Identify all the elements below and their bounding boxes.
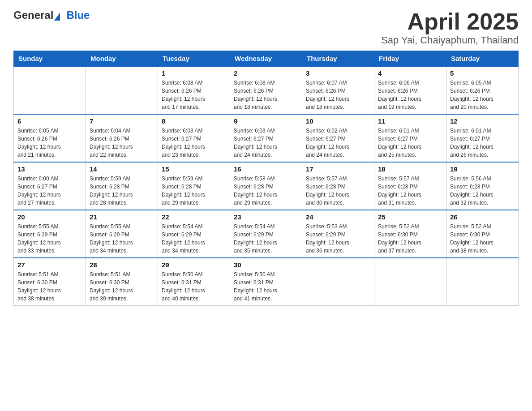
- day-number: 23: [234, 213, 298, 221]
- day-info: Sunrise: 5:56 AM Sunset: 6:28 PM Dayligh…: [450, 175, 515, 207]
- calendar-cell: 22Sunrise: 5:54 AM Sunset: 6:29 PM Dayli…: [158, 210, 230, 258]
- calendar-cell: 25Sunrise: 5:52 AM Sunset: 6:30 PM Dayli…: [374, 210, 446, 258]
- calendar-cell: 26Sunrise: 5:52 AM Sunset: 6:30 PM Dayli…: [446, 210, 519, 258]
- calendar-cell: 6Sunrise: 6:05 AM Sunset: 6:26 PM Daylig…: [14, 114, 86, 162]
- day-info: Sunrise: 5:52 AM Sunset: 6:30 PM Dayligh…: [378, 223, 442, 255]
- calendar-cell: 23Sunrise: 5:54 AM Sunset: 6:29 PM Dayli…: [230, 210, 302, 258]
- day-number: 24: [306, 213, 370, 221]
- day-info: Sunrise: 6:01 AM Sunset: 6:27 PM Dayligh…: [450, 127, 515, 159]
- calendar-cell: 30Sunrise: 5:50 AM Sunset: 6:31 PM Dayli…: [230, 258, 302, 306]
- day-number: 6: [17, 117, 82, 125]
- logo-triangle-icon: [54, 13, 60, 21]
- day-number: 16: [234, 165, 298, 173]
- calendar-table: SundayMondayTuesdayWednesdayThursdayFrid…: [13, 51, 519, 306]
- page-subtitle: Sap Yai, Chaiyaphum, Thailand: [381, 34, 519, 46]
- day-info: Sunrise: 6:04 AM Sunset: 6:26 PM Dayligh…: [90, 127, 154, 159]
- calendar-week-row: 27Sunrise: 5:51 AM Sunset: 6:30 PM Dayli…: [14, 258, 519, 306]
- day-info: Sunrise: 6:05 AM Sunset: 6:26 PM Dayligh…: [17, 127, 82, 159]
- day-info: Sunrise: 6:02 AM Sunset: 6:27 PM Dayligh…: [306, 127, 370, 159]
- day-number: 13: [17, 165, 82, 173]
- calendar-cell: 19Sunrise: 5:56 AM Sunset: 6:28 PM Dayli…: [446, 162, 519, 210]
- day-of-week-header: Tuesday: [158, 51, 230, 67]
- day-info: Sunrise: 6:03 AM Sunset: 6:27 PM Dayligh…: [162, 127, 226, 159]
- day-of-week-header: Thursday: [302, 51, 374, 67]
- day-info: Sunrise: 5:59 AM Sunset: 6:28 PM Dayligh…: [162, 175, 226, 207]
- day-info: Sunrise: 5:57 AM Sunset: 6:28 PM Dayligh…: [306, 175, 370, 207]
- calendar-week-row: 6Sunrise: 6:05 AM Sunset: 6:26 PM Daylig…: [14, 114, 519, 162]
- day-number: 30: [234, 261, 298, 269]
- day-number: 15: [162, 165, 226, 173]
- day-of-week-header: Friday: [374, 51, 446, 67]
- calendar-cell: 10Sunrise: 6:02 AM Sunset: 6:27 PM Dayli…: [302, 114, 374, 162]
- day-number: 14: [90, 165, 154, 173]
- calendar-cell: 24Sunrise: 5:53 AM Sunset: 6:29 PM Dayli…: [302, 210, 374, 258]
- day-number: 8: [162, 117, 226, 125]
- calendar-cell: 14Sunrise: 5:59 AM Sunset: 6:28 PM Dayli…: [86, 162, 158, 210]
- calendar-cell: 15Sunrise: 5:59 AM Sunset: 6:28 PM Dayli…: [158, 162, 230, 210]
- calendar-cell: 18Sunrise: 5:57 AM Sunset: 6:28 PM Dayli…: [374, 162, 446, 210]
- logo: General Blue: [13, 9, 90, 21]
- day-number: 20: [17, 213, 82, 221]
- day-number: 22: [162, 213, 226, 221]
- calendar-cell: 9Sunrise: 6:03 AM Sunset: 6:27 PM Daylig…: [230, 114, 302, 162]
- day-number: 5: [450, 69, 515, 77]
- day-info: Sunrise: 5:51 AM Sunset: 6:30 PM Dayligh…: [17, 270, 82, 303]
- calendar-cell: 4Sunrise: 6:06 AM Sunset: 6:26 PM Daylig…: [374, 66, 446, 114]
- calendar-cell: [446, 258, 519, 306]
- day-info: Sunrise: 6:08 AM Sunset: 6:26 PM Dayligh…: [234, 79, 298, 111]
- calendar-header-row: SundayMondayTuesdayWednesdayThursdayFrid…: [14, 51, 519, 67]
- calendar-cell: [374, 258, 446, 306]
- calendar-cell: 2Sunrise: 6:08 AM Sunset: 6:26 PM Daylig…: [230, 66, 302, 114]
- day-number: 2: [234, 69, 298, 77]
- day-of-week-header: Monday: [86, 51, 158, 67]
- day-number: 25: [378, 213, 442, 221]
- calendar-cell: 20Sunrise: 5:55 AM Sunset: 6:29 PM Dayli…: [14, 210, 86, 258]
- day-number: 12: [450, 117, 515, 125]
- day-of-week-header: Wednesday: [230, 51, 302, 67]
- calendar-cell: 21Sunrise: 5:55 AM Sunset: 6:29 PM Dayli…: [86, 210, 158, 258]
- logo-general: General: [13, 9, 53, 21]
- day-info: Sunrise: 5:53 AM Sunset: 6:29 PM Dayligh…: [306, 223, 370, 255]
- logo-blue: Blue: [66, 9, 90, 21]
- day-info: Sunrise: 6:08 AM Sunset: 6:26 PM Dayligh…: [162, 79, 226, 111]
- title-block: April 2025 Sap Yai, Chaiyaphum, Thailand: [381, 9, 519, 46]
- calendar-cell: 17Sunrise: 5:57 AM Sunset: 6:28 PM Dayli…: [302, 162, 374, 210]
- day-info: Sunrise: 5:51 AM Sunset: 6:30 PM Dayligh…: [90, 270, 154, 303]
- day-info: Sunrise: 5:55 AM Sunset: 6:29 PM Dayligh…: [90, 223, 154, 255]
- day-info: Sunrise: 6:03 AM Sunset: 6:27 PM Dayligh…: [234, 127, 298, 159]
- day-number: 1: [162, 69, 226, 77]
- day-info: Sunrise: 5:55 AM Sunset: 6:29 PM Dayligh…: [17, 223, 82, 255]
- day-info: Sunrise: 5:50 AM Sunset: 6:31 PM Dayligh…: [234, 270, 298, 303]
- day-info: Sunrise: 5:52 AM Sunset: 6:30 PM Dayligh…: [450, 223, 515, 255]
- day-number: 28: [90, 261, 154, 269]
- day-of-week-header: Sunday: [14, 51, 86, 67]
- calendar-week-row: 1Sunrise: 6:08 AM Sunset: 6:26 PM Daylig…: [14, 66, 519, 114]
- day-number: 3: [306, 69, 370, 77]
- calendar-week-row: 13Sunrise: 6:00 AM Sunset: 6:27 PM Dayli…: [14, 162, 519, 210]
- day-info: Sunrise: 6:06 AM Sunset: 6:26 PM Dayligh…: [378, 79, 442, 111]
- calendar-cell: 8Sunrise: 6:03 AM Sunset: 6:27 PM Daylig…: [158, 114, 230, 162]
- day-number: 17: [306, 165, 370, 173]
- day-info: Sunrise: 5:54 AM Sunset: 6:29 PM Dayligh…: [234, 223, 298, 255]
- day-info: Sunrise: 6:07 AM Sunset: 6:26 PM Dayligh…: [306, 79, 370, 111]
- day-info: Sunrise: 5:54 AM Sunset: 6:29 PM Dayligh…: [162, 223, 226, 255]
- calendar-week-row: 20Sunrise: 5:55 AM Sunset: 6:29 PM Dayli…: [14, 210, 519, 258]
- day-info: Sunrise: 5:57 AM Sunset: 6:28 PM Dayligh…: [378, 175, 442, 207]
- calendar-cell: 1Sunrise: 6:08 AM Sunset: 6:26 PM Daylig…: [158, 66, 230, 114]
- calendar-cell: 5Sunrise: 6:05 AM Sunset: 6:26 PM Daylig…: [446, 66, 519, 114]
- calendar-cell: 13Sunrise: 6:00 AM Sunset: 6:27 PM Dayli…: [14, 162, 86, 210]
- calendar-cell: [86, 66, 158, 114]
- page-title: April 2025: [381, 9, 519, 34]
- day-number: 19: [450, 165, 515, 173]
- calendar-cell: 29Sunrise: 5:50 AM Sunset: 6:31 PM Dayli…: [158, 258, 230, 306]
- day-info: Sunrise: 5:50 AM Sunset: 6:31 PM Dayligh…: [162, 270, 226, 303]
- day-info: Sunrise: 6:00 AM Sunset: 6:27 PM Dayligh…: [17, 175, 82, 207]
- calendar-cell: 3Sunrise: 6:07 AM Sunset: 6:26 PM Daylig…: [302, 66, 374, 114]
- day-of-week-header: Saturday: [446, 51, 519, 67]
- day-number: 7: [90, 117, 154, 125]
- day-number: 29: [162, 261, 226, 269]
- calendar-cell: [302, 258, 374, 306]
- calendar-cell: 7Sunrise: 6:04 AM Sunset: 6:26 PM Daylig…: [86, 114, 158, 162]
- calendar-cell: 11Sunrise: 6:01 AM Sunset: 6:27 PM Dayli…: [374, 114, 446, 162]
- page-header: General Blue April 2025 Sap Yai, Chaiyap…: [13, 9, 519, 46]
